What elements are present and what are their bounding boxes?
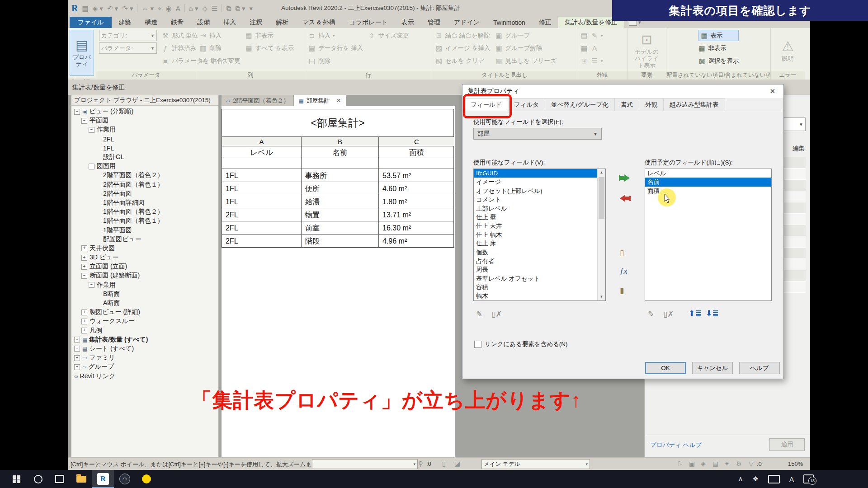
available-field-item[interactable]: 上部レベル (474, 204, 605, 213)
tree-item[interactable]: −作業用 (71, 125, 218, 134)
scroll-up-icon[interactable]: ▲ (598, 169, 605, 176)
tab-file[interactable]: ファイル (70, 17, 112, 28)
column-letter-header[interactable]: C (379, 137, 454, 146)
edit-scheduled-icon[interactable]: ✎ (648, 310, 654, 319)
available-field-item[interactable]: コメント (474, 195, 605, 204)
collapse-icon[interactable]: − (89, 282, 94, 288)
show-button[interactable]: ▦表示 (698, 30, 739, 41)
column-name-header[interactable]: 名前 (302, 146, 379, 158)
column-resize-button[interactable]: ⇹サイズ変更 (199, 55, 240, 66)
zoom-level[interactable]: 150% (788, 460, 803, 467)
row-resize-button[interactable]: ⇳サイズ変更 (368, 30, 409, 41)
dialog-tab-組み込み型集計表[interactable]: 組み込み型集計表 (663, 98, 725, 111)
clear-cell-button[interactable]: ▧セルを クリア (435, 55, 491, 66)
collapse-icon[interactable]: − (89, 127, 94, 133)
dialog-tab-並べ替え/グループ化[interactable]: 並べ替え/グループ化 (545, 98, 615, 111)
tab-管理[interactable]: 管理 (421, 17, 447, 28)
expand-icon[interactable]: + (74, 355, 80, 361)
column-insert-button[interactable]: ⇥挿入 (199, 30, 240, 41)
tree-item[interactable]: +▤シート (すべて) (71, 344, 218, 353)
highlight-in-model-button[interactable]: ⊡ モデルのハイライト表示 (632, 30, 661, 71)
shading-button[interactable]: ▤✎▾ (580, 30, 603, 41)
tab-Twinmotion[interactable]: Twinmotion (486, 17, 532, 28)
tab-注釈[interactable]: 注釈 (243, 17, 269, 28)
combine-parameters-icon[interactable]: ▮ (620, 286, 624, 296)
drag-on-selection-icon[interactable]: ✦ (724, 460, 730, 467)
tree-item[interactable]: 1階平面詳細図 (71, 198, 218, 207)
expand-icon[interactable]: + (81, 310, 87, 315)
merge-unmerge-button[interactable]: ⊞結合 結合を解除 (435, 30, 491, 41)
schedule-cell[interactable]: 1FL (222, 169, 302, 182)
select-link-icon[interactable]: ⚐ (677, 460, 683, 467)
schedule-title-cell[interactable]: <部屋集計> (222, 109, 454, 137)
edit-parameter-icon[interactable]: ✎ (476, 310, 482, 319)
scroll-thumb[interactable] (599, 177, 604, 219)
obs-taskbar-button[interactable]: ◠ (114, 470, 136, 488)
tree-item[interactable]: 配置図ビュー (71, 235, 218, 244)
ime-mode-icon[interactable]: A (789, 475, 794, 483)
tree-item[interactable]: +天井伏図 (71, 244, 218, 253)
tray-expand-icon[interactable]: ∧ (738, 475, 743, 483)
available-field-item[interactable]: IfcGUID (474, 169, 605, 178)
schedule-cell[interactable]: 便所 (302, 182, 379, 195)
expand-icon[interactable]: + (74, 337, 80, 343)
dialog-tab-フィルタ[interactable]: フィルタ (508, 98, 545, 111)
tree-item[interactable]: −断面図 (建築断面) (71, 271, 218, 280)
available-field-item[interactable]: 仕上 天井 (474, 221, 605, 230)
select-underlay-icon[interactable]: ▣ (689, 460, 695, 467)
freeze-header-button[interactable]: ▦見出しを フリーズ (495, 55, 557, 66)
schedule-cell[interactable]: 1FL (222, 195, 302, 208)
tree-item[interactable]: −平面図 (71, 116, 218, 125)
available-fields-list[interactable]: IfcGUIDイメージオフセット(上部レベル)コメント上部レベル仕上 壁仕上 天… (473, 169, 606, 301)
ungroup-button[interactable]: ▣グループ解除 (495, 42, 557, 54)
tab-構造[interactable]: 構造 (138, 17, 164, 28)
category-filter-dropdown[interactable]: 部屋▼ (473, 128, 602, 140)
available-field-item[interactable]: 容積 (474, 283, 605, 291)
design-options-dropdown[interactable]: メイン モデル▾ (481, 459, 590, 469)
column-hide-button[interactable]: ▦非表示 (245, 30, 294, 41)
editable-only-icon[interactable]: ▯ (442, 460, 446, 467)
tab-鉄骨[interactable]: 鉄骨 (164, 17, 190, 28)
borders-button[interactable]: ▦A (580, 42, 603, 54)
recording-indicator-button[interactable] (136, 470, 157, 488)
tree-item[interactable]: 1FL (71, 144, 218, 153)
tree-item[interactable]: +3D ビュー (71, 253, 218, 262)
tab-解析[interactable]: 解析 (269, 17, 295, 28)
expand-icon[interactable]: + (81, 264, 87, 270)
scrollbar[interactable]: ▲ ▼ (597, 169, 605, 300)
available-field-item[interactable]: イメージ (474, 178, 605, 186)
column-letter-header[interactable]: B (302, 137, 379, 146)
remove-field-button[interactable] (619, 194, 631, 202)
schedule-cell[interactable]: 13.71 m² (379, 208, 454, 221)
expand-icon[interactable]: + (81, 245, 87, 251)
scheduled-field-item[interactable]: 名前 (645, 178, 771, 186)
delete-parameter-icon[interactable]: ▯✗ (491, 310, 502, 319)
available-field-item[interactable]: 仕上 幅木 (474, 230, 605, 239)
schedule-cell[interactable]: 1.80 m² (379, 195, 454, 208)
dialog-tab-外観[interactable]: 外観 (639, 98, 664, 111)
include-linked-checkbox[interactable]: リンクにある要素を含める(N) (474, 340, 568, 348)
schedule-grid[interactable]: ABCレベル名前面積1FL事務所53.57 m²1FL便所4.60 m²1FL給… (222, 137, 454, 248)
schedule-cell[interactable]: 4.96 m² (379, 235, 454, 248)
available-field-item[interactable]: 占有者 (474, 257, 605, 265)
properties-button[interactable]: ▤ プロパティ (70, 30, 94, 76)
tree-item[interactable]: −▣ビュー (分類順) (71, 107, 218, 116)
calculated-value-icon[interactable]: ƒx (619, 267, 627, 276)
tree-item[interactable]: 1階平面図 (71, 225, 218, 235)
revit-taskbar-button[interactable]: R (92, 470, 114, 488)
available-field-item[interactable]: 幅木 (474, 291, 605, 300)
available-field-item[interactable]: オフセット(上部レベル) (474, 187, 605, 195)
expand-icon[interactable]: + (74, 346, 80, 352)
tree-item[interactable]: 設計GL (71, 153, 218, 162)
reset-button[interactable]: ⊞☰▾ (580, 55, 603, 66)
schedule-cell[interactable]: 物置 (302, 208, 379, 221)
tree-item[interactable]: −作業用 (71, 281, 218, 290)
expand-icon[interactable]: + (81, 255, 87, 261)
schedule-cell[interactable]: 給湯 (302, 195, 379, 208)
column-delete-button[interactable]: ▥削除 (199, 42, 240, 54)
apply-button[interactable]: 適用 (769, 438, 805, 451)
column-letter-header[interactable]: A (222, 137, 302, 146)
explain-error-button[interactable]: ⚠ 説明 (774, 30, 802, 71)
tree-item[interactable]: B断面 (71, 290, 218, 299)
collapse-icon[interactable]: − (81, 273, 87, 279)
